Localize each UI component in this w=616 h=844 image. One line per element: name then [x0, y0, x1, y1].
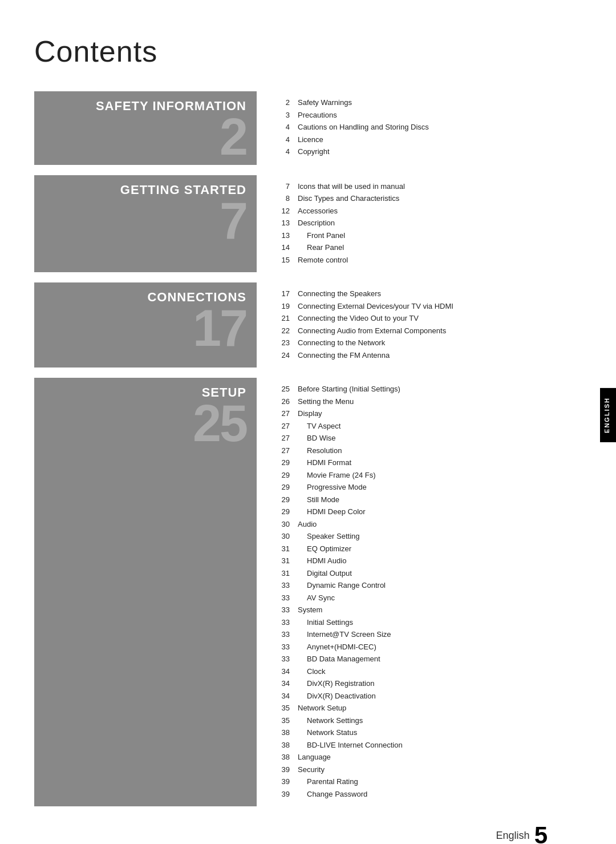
entry-text: Anynet+(HDMI-CEC)	[298, 641, 376, 653]
entry-text: Digital Output	[298, 568, 352, 579]
entry-row: 38Network Status	[274, 727, 576, 738]
section-entries-connections: 17Connecting the Speakers19Connecting Ex…	[257, 282, 582, 368]
entry-row: 8Disc Types and Characteristics	[274, 193, 576, 204]
entry-page-num: 35	[274, 715, 290, 726]
entry-page-num: 34	[274, 678, 290, 689]
entry-text: EQ Optimizer	[298, 543, 351, 555]
entry-page-num: 17	[274, 288, 290, 300]
entry-text: Rear Panel	[298, 242, 344, 253]
english-tab: ENGLISH	[600, 388, 616, 442]
entry-text: Audio	[298, 519, 317, 530]
footer-english-label: English	[496, 830, 530, 842]
entry-row: 39Change Password	[274, 789, 576, 800]
section-label-getting-started: GETTING STARTED7	[34, 175, 257, 273]
entry-text: HDMI Audio	[298, 555, 346, 567]
entry-text: AV Sync	[298, 592, 335, 604]
entry-row: 33AV Sync	[274, 592, 576, 604]
entry-row: 4Licence	[274, 134, 576, 146]
entry-page-num: 26	[274, 396, 290, 407]
entry-row: 29HDMI Deep Color	[274, 506, 576, 518]
section-label-setup: SETUP25	[34, 378, 257, 806]
entry-page-num: 31	[274, 543, 290, 555]
entry-row: 26Setting the Menu	[274, 396, 576, 407]
entry-text: Front Panel	[298, 230, 345, 241]
entry-row: 31EQ Optimizer	[274, 543, 576, 555]
entry-page-num: 29	[274, 494, 290, 506]
entry-row: 29Movie Frame (24 Fs)	[274, 470, 576, 481]
entry-text: Connecting the Video Out to your TV	[298, 313, 419, 324]
toc-content: SAFETY INFORMATION22Safety Warnings3Prec…	[34, 91, 582, 806]
entry-row: 4Cautions on Handling and Storing Discs	[274, 122, 576, 133]
entry-row: 29Progressive Mode	[274, 482, 576, 493]
page-container: Contents SAFETY INFORMATION22Safety Warn…	[0, 0, 616, 844]
entry-text: Disc Types and Characteristics	[298, 193, 399, 204]
entry-page-num: 38	[274, 727, 290, 738]
entry-page-num: 29	[274, 506, 290, 518]
entry-row: 25Before Starting (Initial Settings)	[274, 383, 576, 395]
entry-text: DivX(R) Registration	[298, 678, 374, 689]
entry-row: 33Anynet+(HDMI-CEC)	[274, 641, 576, 653]
entry-row: 38Language	[274, 752, 576, 763]
entry-page-num: 33	[274, 629, 290, 640]
section-label-connections: CONNECTIONS17	[34, 282, 257, 368]
entry-row: 17Connecting the Speakers	[274, 288, 576, 300]
entry-page-num: 34	[274, 690, 290, 702]
entry-row: 15Remote control	[274, 255, 576, 266]
entry-text: Safety Warnings	[298, 97, 352, 108]
entry-text: Connecting External Devices/your TV via …	[298, 301, 453, 312]
entry-page-num: 27	[274, 408, 290, 419]
entry-page-num: 8	[274, 193, 290, 204]
entry-text: Change Password	[298, 789, 367, 800]
entry-page-num: 30	[274, 531, 290, 542]
entry-text: Network Settings	[298, 715, 363, 726]
entry-text: Clock	[298, 666, 326, 677]
entry-page-num: 19	[274, 301, 290, 312]
entry-page-num: 33	[274, 580, 290, 591]
footer-row: English 5	[34, 823, 582, 844]
entry-row: 35Network Settings	[274, 715, 576, 726]
entry-text: BD-LIVE Internet Connection	[298, 740, 403, 751]
entry-page-num: 27	[274, 421, 290, 432]
entry-row: 34DivX(R) Deactivation	[274, 690, 576, 702]
entry-row: 4Copyright	[274, 146, 576, 158]
entry-row: 31Digital Output	[274, 568, 576, 579]
entry-page-num: 14	[274, 242, 290, 253]
entry-text: Initial Settings	[298, 617, 353, 628]
entry-page-num: 29	[274, 457, 290, 469]
entry-page-num: 38	[274, 740, 290, 751]
entry-page-num: 31	[274, 555, 290, 567]
entry-text: DivX(R) Deactivation	[298, 690, 376, 702]
entry-page-num: 4	[274, 134, 290, 146]
entry-row: 12Accessories	[274, 205, 576, 217]
entry-page-num: 27	[274, 433, 290, 444]
entry-page-num: 33	[274, 592, 290, 604]
entry-page-num: 2	[274, 97, 290, 108]
entry-row: 33System	[274, 604, 576, 616]
entry-page-num: 33	[274, 653, 290, 665]
entry-row: 19Connecting External Devices/your TV vi…	[274, 301, 576, 312]
entry-text: Resolution	[298, 445, 342, 457]
page-title: Contents	[34, 34, 582, 68]
entry-row: 2Safety Warnings	[274, 97, 576, 108]
entry-page-num: 21	[274, 313, 290, 324]
entry-page-num: 24	[274, 350, 290, 361]
section-setup: SETUP2525Before Starting (Initial Settin…	[34, 378, 582, 806]
entry-row: 35Network Setup	[274, 702, 576, 714]
entry-row: 29HDMI Format	[274, 457, 576, 469]
entry-row: 31HDMI Audio	[274, 555, 576, 567]
entry-row: 22Connecting Audio from External Compone…	[274, 325, 576, 337]
section-number-getting-started: 7	[220, 199, 246, 243]
entry-row: 34Clock	[274, 666, 576, 677]
entry-text: Connecting the Speakers	[298, 288, 381, 300]
entry-text: Copyright	[298, 146, 330, 158]
entry-text: Connecting Audio from External Component…	[298, 325, 446, 337]
entry-text: Connecting to the Network	[298, 337, 385, 349]
entry-page-num: 4	[274, 146, 290, 158]
entry-row: 33Internet@TV Screen Size	[274, 629, 576, 640]
entry-page-num: 25	[274, 383, 290, 395]
entry-text: Before Starting (Initial Settings)	[298, 383, 400, 395]
entry-page-num: 13	[274, 230, 290, 241]
footer-page-number: 5	[534, 823, 548, 844]
entry-row: 13Description	[274, 217, 576, 229]
entry-row: 39Security	[274, 764, 576, 776]
